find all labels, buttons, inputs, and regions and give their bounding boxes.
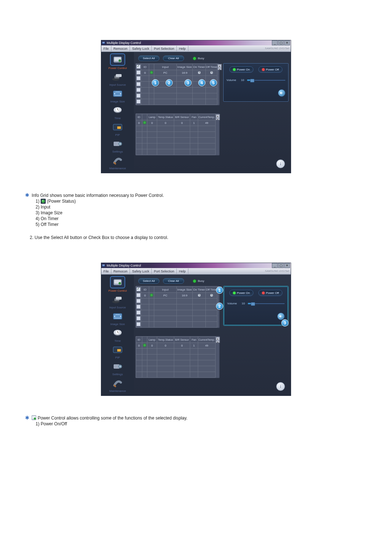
volume-value: 10	[239, 78, 244, 82]
info-button[interactable]	[276, 159, 285, 168]
sidebar-item-maintenance[interactable]: Maintenance	[103, 155, 132, 170]
sidebar-item-pip[interactable]: PIP	[103, 122, 132, 137]
screenshot-2: Multiple Display Control _ ▢ ✕ File Remo…	[0, 263, 392, 396]
mute-button[interactable]	[277, 313, 285, 320]
sidebar-item-power-control[interactable]: Power Control	[103, 276, 132, 292]
volume-slider[interactable]	[248, 303, 285, 304]
table-row[interactable]: 0 0 0 0 1 49	[136, 120, 219, 126]
mute-button[interactable]	[278, 89, 285, 97]
power-status-icon	[150, 71, 153, 74]
table-row[interactable]	[136, 372, 219, 378]
sidebar-item-input-source[interactable]: Input Source	[103, 294, 132, 309]
main-panel: Select All Clear All Busy	[134, 275, 291, 396]
info-col-on-timer: On Timer	[193, 64, 206, 70]
info-col-checkbox[interactable]	[136, 287, 141, 293]
table-row[interactable]	[136, 360, 219, 366]
table-row[interactable]: 0 PC 16:9	[136, 70, 221, 76]
table-row[interactable]	[136, 349, 219, 355]
sidebar-item-label: PIP	[103, 356, 132, 359]
status-grid-scrollbar[interactable]: ▲▼	[216, 337, 220, 343]
status-grid-scrollbar[interactable]: ▲▼	[216, 114, 220, 120]
callout-2: 2	[216, 303, 223, 310]
table-row[interactable]	[136, 126, 219, 132]
sidebar-item-time[interactable]: Time	[103, 105, 132, 120]
table-row[interactable]	[136, 76, 221, 82]
row-checkbox[interactable]	[136, 293, 140, 297]
sidebar-item-image-size[interactable]: Image Size	[103, 88, 132, 103]
sidebar-item-settings[interactable]: Settings	[103, 138, 132, 153]
pip-icon	[111, 122, 124, 133]
info-col-checkbox[interactable]	[136, 64, 141, 70]
app-icon	[102, 264, 106, 267]
menu-remocon[interactable]: Remocon	[111, 47, 130, 50]
sidebar-item-pip[interactable]: PIP	[103, 344, 132, 359]
power-status-icon	[143, 344, 146, 347]
doc-block-1: ✱ Info Grid shows some basic information…	[25, 192, 377, 240]
table-row[interactable]	[136, 132, 219, 138]
table-row[interactable]	[136, 316, 221, 322]
power-off-button[interactable]: Power Off	[258, 290, 282, 296]
clear-all-button[interactable]: Clear All	[163, 56, 184, 61]
sidebar-item-time[interactable]: Time	[103, 328, 132, 343]
table-row[interactable]	[136, 310, 221, 316]
table-row[interactable]	[136, 138, 219, 143]
speaker-icon	[280, 91, 283, 95]
status-col-state	[142, 114, 147, 120]
info-button[interactable]	[276, 382, 285, 391]
table-row[interactable]: 0 0 0 0 1 49	[136, 343, 219, 349]
info-col-on-timer: On Timer	[193, 287, 206, 293]
power-status-icon	[150, 293, 153, 297]
table-row[interactable]: 0 PC 16:9	[136, 293, 221, 299]
on-timer-icon	[193, 293, 206, 299]
table-row[interactable]	[136, 143, 219, 149]
table-row[interactable]	[136, 93, 221, 99]
sidebar-item-settings[interactable]: Settings	[103, 361, 132, 376]
select-all-button[interactable]: Select All	[138, 56, 159, 61]
maximize-button[interactable]: ▢	[278, 263, 284, 268]
table-row[interactable]	[136, 304, 221, 310]
svg-point-43	[280, 385, 281, 386]
doc-block-2: ✱ Power Control allows controlling some …	[25, 415, 377, 426]
info-grid-scrollbar[interactable]: ▲▼	[217, 64, 222, 70]
table-row[interactable]	[136, 299, 221, 304]
power-on-dot-icon	[233, 68, 236, 71]
power-on-button[interactable]: Power On	[229, 290, 253, 296]
menu-remocon[interactable]: Remocon	[111, 270, 130, 273]
menu-file[interactable]: File	[101, 270, 111, 273]
minimize-button[interactable]: _	[272, 263, 278, 268]
table-row[interactable]	[136, 82, 221, 88]
menu-port-selection[interactable]: Port Selection	[152, 47, 176, 50]
sidebar-item-power-control[interactable]: Power Control	[103, 53, 132, 70]
power-on-button[interactable]: Power On	[229, 66, 253, 73]
table-row[interactable]	[136, 149, 219, 155]
clear-all-button[interactable]: Clear All	[163, 278, 184, 284]
table-row[interactable]	[136, 99, 221, 105]
info-col-image-size: Image Size	[177, 64, 193, 70]
callout-3: 3	[184, 79, 192, 86]
row-checkbox[interactable]	[136, 70, 140, 74]
sidebar-item-label: Maintenance	[103, 167, 132, 170]
select-all-button[interactable]: Select All	[138, 278, 159, 284]
menu-help[interactable]: Help	[177, 47, 188, 50]
close-button[interactable]: ✕	[284, 40, 290, 45]
power-box-highlight: Power On Power Off Volume 10	[223, 286, 289, 326]
menu-file[interactable]: File	[101, 47, 111, 50]
table-row[interactable]	[136, 355, 219, 360]
table-row[interactable]	[136, 322, 221, 328]
menu-port-selection[interactable]: Port Selection	[152, 270, 176, 273]
minimize-button[interactable]: _	[272, 40, 278, 45]
table-row[interactable]	[136, 88, 221, 93]
volume-slider[interactable]	[247, 80, 285, 81]
power-off-button[interactable]: Power Off	[258, 66, 282, 73]
sidebar-item-image-size[interactable]: Image Size	[103, 311, 132, 326]
maximize-button[interactable]: ▢	[278, 40, 284, 45]
close-button[interactable]: ✕	[284, 263, 290, 268]
sidebar-item-input-source[interactable]: Input Source	[103, 72, 132, 86]
menu-help[interactable]: Help	[177, 270, 188, 273]
info-col-image-size: Image Size	[177, 287, 193, 293]
table-row[interactable]	[136, 366, 219, 372]
sidebar-item-maintenance[interactable]: Maintenance	[103, 378, 132, 393]
menu-safety-lock[interactable]: Safety Lock	[130, 47, 151, 50]
main-footer	[135, 155, 289, 171]
menu-safety-lock[interactable]: Safety Lock	[130, 270, 151, 273]
